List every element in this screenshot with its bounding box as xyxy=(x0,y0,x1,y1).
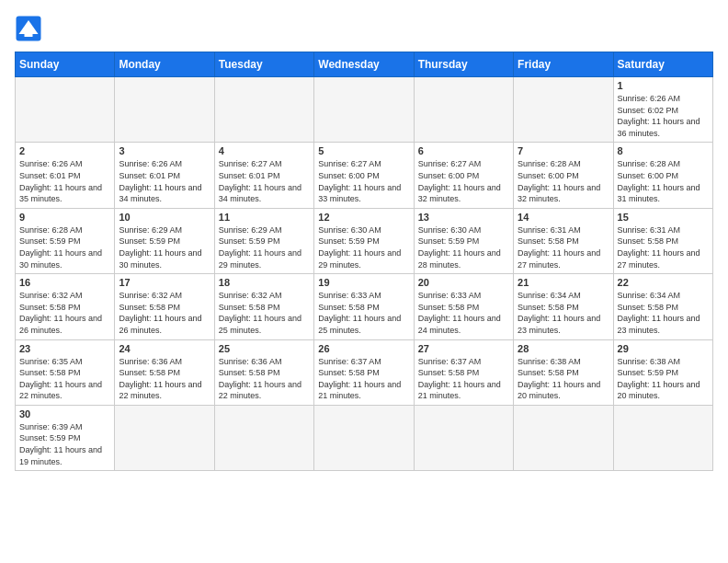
calendar-cell: 7Sunrise: 6:28 AM Sunset: 6:00 PM Daylig… xyxy=(514,143,613,208)
column-header-thursday: Thursday xyxy=(414,52,513,77)
day-info: Sunrise: 6:37 AM Sunset: 5:58 PM Dayligh… xyxy=(318,356,409,402)
calendar-week-3: 9Sunrise: 6:28 AM Sunset: 5:59 PM Daylig… xyxy=(16,208,713,273)
calendar-cell: 17Sunrise: 6:32 AM Sunset: 5:58 PM Dayli… xyxy=(115,274,214,339)
calendar-cell: 27Sunrise: 6:37 AM Sunset: 5:58 PM Dayli… xyxy=(414,339,513,405)
calendar-cell xyxy=(613,405,712,470)
day-info: Sunrise: 6:30 AM Sunset: 5:59 PM Dayligh… xyxy=(418,224,509,270)
day-number: 6 xyxy=(418,145,509,156)
day-number: 2 xyxy=(19,145,110,156)
day-info: Sunrise: 6:37 AM Sunset: 5:58 PM Dayligh… xyxy=(418,356,509,402)
calendar-cell xyxy=(214,405,313,470)
day-info: Sunrise: 6:28 AM Sunset: 5:59 PM Dayligh… xyxy=(19,224,110,270)
day-info: Sunrise: 6:31 AM Sunset: 5:58 PM Dayligh… xyxy=(618,224,709,270)
calendar-cell: 21Sunrise: 6:34 AM Sunset: 5:58 PM Dayli… xyxy=(514,274,613,339)
day-info: Sunrise: 6:27 AM Sunset: 6:01 PM Dayligh… xyxy=(219,158,310,204)
day-info: Sunrise: 6:36 AM Sunset: 5:58 PM Dayligh… xyxy=(119,356,210,402)
day-info: Sunrise: 6:35 AM Sunset: 5:58 PM Dayligh… xyxy=(19,356,110,402)
calendar-cell: 9Sunrise: 6:28 AM Sunset: 5:59 PM Daylig… xyxy=(16,208,115,273)
day-info: Sunrise: 6:38 AM Sunset: 5:58 PM Dayligh… xyxy=(518,356,609,402)
day-info: Sunrise: 6:34 AM Sunset: 5:58 PM Dayligh… xyxy=(518,290,609,336)
column-header-wednesday: Wednesday xyxy=(314,52,414,77)
day-number: 11 xyxy=(219,212,310,223)
calendar-cell: 4Sunrise: 6:27 AM Sunset: 6:01 PM Daylig… xyxy=(214,143,313,208)
day-info: Sunrise: 6:29 AM Sunset: 5:59 PM Dayligh… xyxy=(219,224,310,270)
day-info: Sunrise: 6:34 AM Sunset: 5:58 PM Dayligh… xyxy=(618,290,709,336)
calendar-cell: 2Sunrise: 6:26 AM Sunset: 6:01 PM Daylig… xyxy=(16,143,115,208)
column-header-sunday: Sunday xyxy=(16,52,115,77)
calendar-cell xyxy=(214,77,313,143)
calendar-cell: 30Sunrise: 6:39 AM Sunset: 5:59 PM Dayli… xyxy=(16,405,115,470)
day-info: Sunrise: 6:38 AM Sunset: 5:59 PM Dayligh… xyxy=(618,356,709,402)
day-info: Sunrise: 6:29 AM Sunset: 5:59 PM Dayligh… xyxy=(119,224,210,270)
calendar-cell: 8Sunrise: 6:28 AM Sunset: 6:00 PM Daylig… xyxy=(613,143,712,208)
column-header-monday: Monday xyxy=(115,52,214,77)
day-number: 22 xyxy=(618,277,709,288)
calendar-week-4: 16Sunrise: 6:32 AM Sunset: 5:58 PM Dayli… xyxy=(16,274,713,339)
column-header-tuesday: Tuesday xyxy=(214,52,313,77)
day-info: Sunrise: 6:27 AM Sunset: 6:00 PM Dayligh… xyxy=(318,158,409,204)
day-number: 15 xyxy=(618,212,709,223)
calendar-header-row: SundayMondayTuesdayWednesdayThursdayFrid… xyxy=(16,52,713,77)
day-info: Sunrise: 6:36 AM Sunset: 5:58 PM Dayligh… xyxy=(219,356,310,402)
day-number: 27 xyxy=(418,343,509,354)
calendar-cell xyxy=(314,77,414,143)
calendar-cell: 26Sunrise: 6:37 AM Sunset: 5:58 PM Dayli… xyxy=(314,339,414,405)
day-number: 28 xyxy=(518,343,609,354)
day-number: 4 xyxy=(219,145,310,156)
day-number: 18 xyxy=(219,277,310,288)
logo xyxy=(15,15,46,42)
calendar-cell: 15Sunrise: 6:31 AM Sunset: 5:58 PM Dayli… xyxy=(613,208,712,273)
calendar-cell xyxy=(314,405,414,470)
calendar-cell: 10Sunrise: 6:29 AM Sunset: 5:59 PM Dayli… xyxy=(115,208,214,273)
day-info: Sunrise: 6:26 AM Sunset: 6:02 PM Dayligh… xyxy=(618,93,709,139)
calendar-cell xyxy=(514,77,613,143)
day-number: 19 xyxy=(318,277,409,288)
day-number: 12 xyxy=(318,212,409,223)
calendar-week-1: 1Sunrise: 6:26 AM Sunset: 6:02 PM Daylig… xyxy=(16,77,713,143)
day-number: 3 xyxy=(119,145,210,156)
calendar-cell: 1Sunrise: 6:26 AM Sunset: 6:02 PM Daylig… xyxy=(613,77,712,143)
column-header-friday: Friday xyxy=(514,52,613,77)
day-info: Sunrise: 6:33 AM Sunset: 5:58 PM Dayligh… xyxy=(318,290,409,336)
calendar-cell: 5Sunrise: 6:27 AM Sunset: 6:00 PM Daylig… xyxy=(314,143,414,208)
calendar-cell: 16Sunrise: 6:32 AM Sunset: 5:58 PM Dayli… xyxy=(16,274,115,339)
calendar-cell: 6Sunrise: 6:27 AM Sunset: 6:00 PM Daylig… xyxy=(414,143,513,208)
calendar-cell: 23Sunrise: 6:35 AM Sunset: 5:58 PM Dayli… xyxy=(16,339,115,405)
calendar-table: SundayMondayTuesdayWednesdayThursdayFrid… xyxy=(15,52,713,471)
day-number: 9 xyxy=(19,212,110,223)
day-info: Sunrise: 6:27 AM Sunset: 6:00 PM Dayligh… xyxy=(418,158,509,204)
day-number: 13 xyxy=(418,212,509,223)
calendar-cell: 11Sunrise: 6:29 AM Sunset: 5:59 PM Dayli… xyxy=(214,208,313,273)
calendar-cell: 22Sunrise: 6:34 AM Sunset: 5:58 PM Dayli… xyxy=(613,274,712,339)
calendar-week-5: 23Sunrise: 6:35 AM Sunset: 5:58 PM Dayli… xyxy=(16,339,713,405)
column-header-saturday: Saturday xyxy=(613,52,712,77)
day-number: 17 xyxy=(119,277,210,288)
calendar-cell xyxy=(16,77,115,143)
calendar-cell: 20Sunrise: 6:33 AM Sunset: 5:58 PM Dayli… xyxy=(414,274,513,339)
day-info: Sunrise: 6:32 AM Sunset: 5:58 PM Dayligh… xyxy=(219,290,310,336)
day-info: Sunrise: 6:33 AM Sunset: 5:58 PM Dayligh… xyxy=(418,290,509,336)
page: SundayMondayTuesdayWednesdayThursdayFrid… xyxy=(0,0,728,563)
day-info: Sunrise: 6:26 AM Sunset: 6:01 PM Dayligh… xyxy=(19,158,110,204)
calendar-cell: 13Sunrise: 6:30 AM Sunset: 5:59 PM Dayli… xyxy=(414,208,513,273)
header xyxy=(15,15,713,42)
day-number: 10 xyxy=(119,212,210,223)
day-number: 29 xyxy=(618,343,709,354)
day-info: Sunrise: 6:28 AM Sunset: 6:00 PM Dayligh… xyxy=(518,158,609,204)
calendar-cell: 29Sunrise: 6:38 AM Sunset: 5:59 PM Dayli… xyxy=(613,339,712,405)
day-info: Sunrise: 6:26 AM Sunset: 6:01 PM Dayligh… xyxy=(119,158,210,204)
calendar-cell: 28Sunrise: 6:38 AM Sunset: 5:58 PM Dayli… xyxy=(514,339,613,405)
day-info: Sunrise: 6:30 AM Sunset: 5:59 PM Dayligh… xyxy=(318,224,409,270)
day-number: 8 xyxy=(618,145,709,156)
day-number: 14 xyxy=(518,212,609,223)
day-info: Sunrise: 6:32 AM Sunset: 5:58 PM Dayligh… xyxy=(119,290,210,336)
day-number: 16 xyxy=(19,277,110,288)
calendar-week-6: 30Sunrise: 6:39 AM Sunset: 5:59 PM Dayli… xyxy=(16,405,713,470)
calendar-cell: 14Sunrise: 6:31 AM Sunset: 5:58 PM Dayli… xyxy=(514,208,613,273)
day-info: Sunrise: 6:32 AM Sunset: 5:58 PM Dayligh… xyxy=(19,290,110,336)
calendar-cell xyxy=(115,77,214,143)
day-number: 1 xyxy=(618,80,709,91)
logo-icon xyxy=(15,15,42,42)
day-info: Sunrise: 6:28 AM Sunset: 6:00 PM Dayligh… xyxy=(618,158,709,204)
day-number: 21 xyxy=(518,277,609,288)
